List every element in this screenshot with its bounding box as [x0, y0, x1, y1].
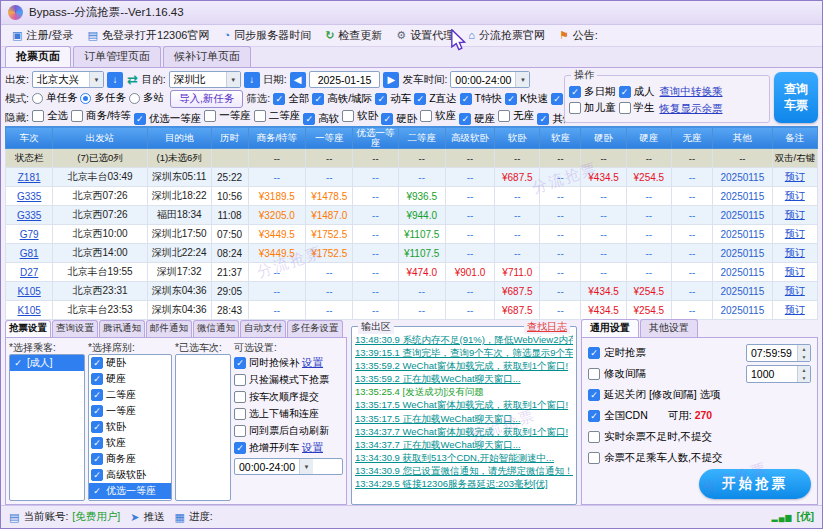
- from-station-select[interactable]: 北京大兴▼: [32, 71, 104, 88]
- seat-item[interactable]: ✓商务座: [89, 451, 171, 467]
- column-header[interactable]: 目的地: [147, 127, 211, 149]
- menu-item[interactable]: ▣注册/登录: [5, 26, 80, 45]
- filter-checkbox[interactable]: ✓高铁/城际: [312, 92, 372, 106]
- book-link[interactable]: 预订: [772, 282, 817, 301]
- mode-radio[interactable]: 多任务: [80, 91, 126, 105]
- mode-radio[interactable]: 单任务: [32, 91, 78, 105]
- push-toggle[interactable]: ➤推送: [130, 510, 164, 524]
- ops-checkbox[interactable]: 加儿童: [569, 101, 616, 115]
- option-item[interactable]: 按车次顺序提交: [234, 388, 343, 405]
- book-link[interactable]: 预订: [772, 263, 817, 282]
- train-row[interactable]: K105北京西23:31深圳东04:3629:05----------¥687.…: [6, 282, 818, 301]
- train-number-link[interactable]: K105: [6, 301, 53, 320]
- ops-checkbox[interactable]: ✓多日期: [569, 85, 616, 99]
- seat-item[interactable]: ✓软座: [89, 435, 171, 451]
- hide-checkbox[interactable]: ✓硬座: [459, 112, 495, 126]
- hide-checkbox[interactable]: ✓优选一等座: [134, 112, 202, 126]
- settings-tab[interactable]: 邮件通知: [146, 320, 192, 337]
- setting-item[interactable]: 实时余票不足时,不提交: [588, 426, 811, 447]
- seat-listbox[interactable]: ✓硬卧✓硬座✓二等座✓一等座✓软卧✓软座✓商务座✓高级软卧✓优选一等座: [88, 354, 172, 501]
- menu-item[interactable]: ▤免登录打开12306官网: [80, 26, 216, 45]
- grab-time-range-select[interactable]: 00:00-24:00▼: [234, 458, 343, 475]
- spinner-input[interactable]: 1000▲▼: [746, 365, 811, 383]
- settings-tab[interactable]: 微信通知: [193, 320, 239, 337]
- seat-item[interactable]: ✓高级软卧: [89, 467, 171, 483]
- column-header[interactable]: 硬座: [626, 127, 671, 149]
- column-header[interactable]: 优选一等座: [353, 127, 398, 149]
- spin-up-icon[interactable]: ▲: [798, 366, 810, 374]
- book-link[interactable]: 预订: [772, 225, 817, 244]
- menu-item[interactable]: ⌂分流抢票官网: [461, 26, 552, 45]
- seat-item[interactable]: ✓硬卧: [89, 355, 171, 371]
- filter-checkbox[interactable]: ✓Z直达: [414, 92, 456, 106]
- hide-checkbox[interactable]: ✓高软: [303, 112, 339, 126]
- train-row[interactable]: Z181北京丰台03:49深圳东05:1125:22----------¥687…: [6, 168, 818, 187]
- to-history-button[interactable]: ↓: [244, 72, 260, 88]
- import-new-task-button[interactable]: 导入,新任务: [170, 90, 243, 108]
- settings-tab[interactable]: 抢票设置: [5, 320, 51, 337]
- book-link[interactable]: 预订: [772, 244, 817, 263]
- train-number-link[interactable]: G79: [6, 225, 53, 244]
- option-settings-link[interactable]: 设置: [302, 441, 323, 455]
- column-header[interactable]: 无座: [671, 127, 712, 149]
- page-tab[interactable]: 订单管理页面: [73, 46, 161, 67]
- column-header[interactable]: 软卧: [495, 127, 540, 149]
- mode-radio[interactable]: 多站: [129, 91, 164, 105]
- menu-item[interactable]: ⚑公告:: [552, 26, 605, 45]
- setting-item[interactable]: 余票不足乘车人数,不提交: [588, 447, 811, 468]
- book-link[interactable]: 预订: [772, 168, 817, 187]
- ops-checkbox[interactable]: 学生: [619, 101, 655, 115]
- option-item[interactable]: 只捡漏模式下抢票: [234, 371, 343, 388]
- filter-checkbox[interactable]: ✓全部: [273, 92, 309, 106]
- hide-checkbox[interactable]: 无座: [498, 109, 534, 123]
- column-header[interactable]: 其他: [713, 127, 773, 149]
- seat-item[interactable]: ✓一等座: [89, 403, 171, 419]
- column-header[interactable]: 出发站: [53, 127, 148, 149]
- from-history-button[interactable]: ↓: [107, 72, 123, 88]
- column-header[interactable]: 备注: [772, 127, 817, 149]
- settings-tab[interactable]: 多任务设置: [287, 320, 343, 337]
- seat-item[interactable]: ✓硬座: [89, 371, 171, 387]
- book-link[interactable]: 预订: [772, 301, 817, 320]
- date-field[interactable]: 2025-01-15: [309, 71, 381, 88]
- find-log-link[interactable]: 查找日志: [524, 320, 570, 334]
- hide-checkbox[interactable]: 一等座: [204, 109, 251, 123]
- train-row[interactable]: K105北京丰台23:53深圳东04:3628:43----------¥687…: [6, 301, 818, 320]
- menu-item[interactable]: ⚙设置代理: [389, 26, 461, 45]
- column-header[interactable]: 高级软卧: [445, 127, 494, 149]
- train-number-link[interactable]: G335: [6, 206, 53, 225]
- ops-checkbox[interactable]: ✓成人: [619, 85, 655, 99]
- swap-stations-icon[interactable]: ⇄: [126, 72, 139, 87]
- general-settings-tab[interactable]: 其他设置: [640, 319, 698, 337]
- book-link[interactable]: 预订: [772, 206, 817, 225]
- seat-item[interactable]: ✓软卧: [89, 419, 171, 435]
- option-settings-link[interactable]: 设置: [302, 356, 323, 370]
- column-header[interactable]: 一等座: [306, 127, 353, 149]
- query-tickets-button[interactable]: 查询车票: [774, 72, 818, 123]
- spin-up-icon[interactable]: ▲: [798, 345, 810, 353]
- prev-date-button[interactable]: ◀: [290, 72, 306, 88]
- depart-time-select[interactable]: 00:00-24:00▼: [450, 71, 530, 88]
- train-row[interactable]: G81北京西14:00深圳北22:2408:24¥3449.5¥1752.5--…: [6, 244, 818, 263]
- setting-item[interactable]: ✓定时抢票07:59:59▲▼: [588, 342, 811, 363]
- menu-item[interactable]: ↻检查更新: [318, 26, 389, 45]
- hide-checkbox[interactable]: 二等座: [254, 109, 301, 123]
- spin-down-icon[interactable]: ▼: [798, 353, 810, 361]
- column-header[interactable]: 历时: [211, 127, 248, 149]
- option-item[interactable]: 选上下铺和连座: [234, 405, 343, 422]
- selected-trains-listbox[interactable]: [175, 354, 231, 501]
- spinner-input[interactable]: 07:59:59▲▼: [746, 344, 811, 362]
- filter-checkbox[interactable]: ✓动车: [375, 92, 411, 106]
- page-tab[interactable]: 抢票页面: [5, 46, 71, 67]
- setting-item[interactable]: 修改间隔1000▲▼: [588, 363, 811, 384]
- spin-down-icon[interactable]: ▼: [798, 374, 810, 382]
- hide-checkbox[interactable]: 全选: [32, 109, 68, 123]
- settings-tab[interactable]: 腾讯通知: [99, 320, 145, 337]
- column-header[interactable]: 软座: [540, 127, 581, 149]
- passenger-listbox[interactable]: ✓[成人]: [9, 354, 85, 501]
- filter-checkbox[interactable]: ✓T特快: [460, 92, 502, 106]
- hide-checkbox[interactable]: ✓硬卧: [381, 112, 417, 126]
- passenger-item[interactable]: ✓[成人]: [10, 355, 84, 371]
- column-header[interactable]: 车次: [6, 127, 53, 149]
- train-row[interactable]: G335北京西07:26深圳北18:2210:56¥3189.5¥1478.5-…: [6, 187, 818, 206]
